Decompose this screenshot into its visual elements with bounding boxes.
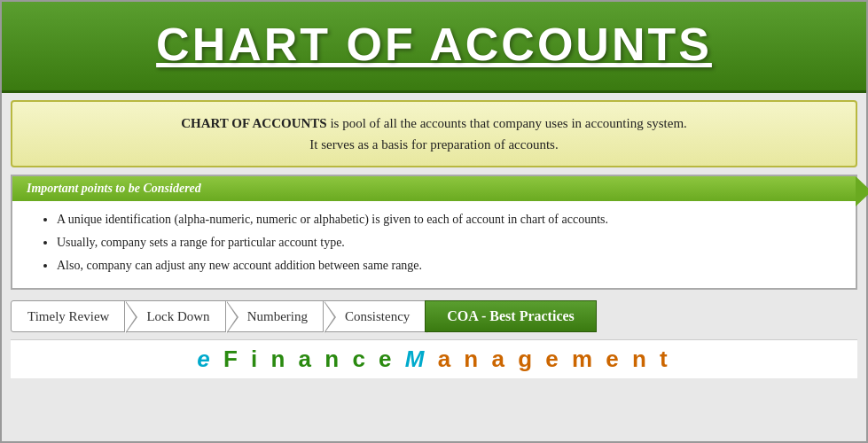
tab-label: Consistency [345, 309, 410, 324]
description-line1: CHART OF ACCOUNTS is pool of all the acc… [30, 113, 838, 134]
main-container: CHART OF ACCOUNTS CHART OF ACCOUNTS is p… [0, 0, 868, 443]
important-list: A unique identification (alpha-numeric, … [39, 210, 838, 275]
description-box: CHART OF ACCOUNTS is pool of all the acc… [11, 100, 857, 167]
important-header-text: Important points to be Considered [27, 182, 201, 196]
page-title: CHART OF ACCOUNTS [28, 18, 840, 71]
important-body: A unique identification (alpha-numeric, … [12, 201, 856, 288]
description-text1: is pool of all the accounts that company… [327, 116, 687, 130]
footer-management: a n a g e m e n t [427, 346, 670, 372]
tab-timely-review[interactable]: Timely Review [11, 300, 126, 332]
footer-section: e F i n a n c e M a n a g e m e n t [11, 339, 857, 378]
tab-label: Numbering [247, 309, 308, 324]
list-item: Usually, company sets a range for partic… [57, 233, 838, 252]
footer-finance: F i n a n c e [214, 346, 405, 372]
title-section: CHART OF ACCOUNTS [2, 2, 866, 93]
footer-brand: e F i n a n c e M a n a g e m e n t [197, 346, 670, 372]
important-header: Important points to be Considered [12, 176, 856, 201]
tab-numbering[interactable]: Numbering [225, 300, 325, 332]
list-item: Also, company can adjust any new account… [57, 256, 838, 275]
important-section: Important points to be Considered A uniq… [11, 175, 857, 290]
tab-label: Timely Review [27, 309, 109, 324]
list-item: A unique identification (alpha-numeric, … [57, 210, 838, 229]
footer-e: e [197, 346, 213, 372]
footer-m: M [405, 346, 428, 372]
tab-consistency[interactable]: Consistency [323, 300, 426, 332]
tabs-section: Timely Review Lock Down Numbering Consis… [11, 297, 857, 336]
tab-coa-best-practices[interactable]: COA - Best Practices [425, 300, 597, 332]
tab-label: COA - Best Practices [447, 308, 575, 324]
description-bold: CHART OF ACCOUNTS [181, 116, 327, 130]
tab-lock-down[interactable]: Lock Down [124, 300, 226, 332]
description-line2: It serves as a basis for preparation of … [30, 134, 838, 155]
tab-label: Lock Down [146, 309, 209, 324]
